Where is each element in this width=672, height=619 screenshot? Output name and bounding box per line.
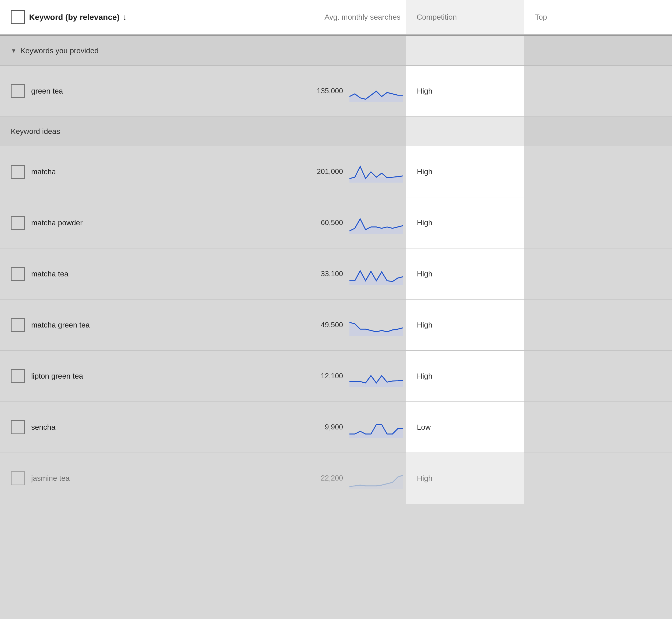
keyword-cell: matcha	[0, 165, 253, 179]
avg-column-header: Avg. monthly searches	[253, 13, 406, 21]
table-row: matcha 201,000 High	[0, 146, 672, 197]
keyword-text: green tea	[31, 87, 63, 95]
row-checkbox[interactable]	[11, 165, 25, 179]
avg-number: 135,000	[308, 87, 343, 95]
table-row: sencha 9,900 Low	[0, 402, 672, 453]
competition-cell: High	[406, 299, 524, 350]
keyword-cell: jasmine tea	[0, 471, 253, 485]
sparkline	[350, 263, 403, 285]
avg-cell: 9,900	[253, 417, 406, 438]
svg-marker-7	[350, 476, 403, 489]
avg-cell: 33,100	[253, 263, 406, 285]
avg-cell: 12,100	[253, 365, 406, 387]
keyword-cell: matcha powder	[0, 216, 253, 230]
avg-number: 49,500	[308, 321, 343, 329]
keyword-cell: matcha tea	[0, 267, 253, 281]
sparkline	[350, 80, 403, 102]
top-column-header: Top	[524, 13, 672, 21]
row-checkbox[interactable]	[11, 84, 25, 98]
svg-marker-3	[350, 271, 403, 285]
keyword-column-header: Keyword (by relevance) ↓	[0, 10, 253, 24]
avg-number: 22,200	[308, 474, 343, 482]
row-checkbox[interactable]	[11, 420, 25, 434]
competition-cell: High	[406, 66, 524, 117]
sparkline	[350, 212, 403, 234]
keyword-cell: green tea	[0, 84, 253, 98]
keyword-text: lipton green tea	[31, 372, 83, 381]
table-row: lipton green tea 12,100 High	[0, 351, 672, 402]
keyword-text: jasmine tea	[31, 474, 70, 483]
competition-value: High	[417, 167, 433, 176]
competition-cell: High	[406, 453, 524, 504]
table-row: jasmine tea 22,200 High	[0, 453, 672, 504]
ideas-section-header: Keyword ideas	[0, 117, 672, 146]
row-checkbox[interactable]	[11, 318, 25, 332]
sparkline	[350, 365, 403, 387]
competition-value: High	[417, 219, 433, 227]
competition-column-header: Competition	[406, 0, 524, 34]
select-all-checkbox[interactable]	[11, 10, 25, 24]
competition-cell: High	[406, 351, 524, 402]
sort-icon[interactable]: ↓	[123, 13, 127, 22]
competition-value: High	[417, 87, 433, 95]
competition-value: High	[417, 474, 433, 483]
competition-value: Low	[417, 423, 431, 431]
svg-marker-0	[350, 91, 403, 102]
row-checkbox[interactable]	[11, 267, 25, 281]
keyword-cell: sencha	[0, 420, 253, 434]
avg-number: 12,100	[308, 372, 343, 380]
row-checkbox[interactable]	[11, 216, 25, 230]
keyword-table: Keyword (by relevance) ↓ Avg. monthly se…	[0, 0, 672, 619]
avg-number: 201,000	[308, 167, 343, 176]
sparkline	[350, 417, 403, 438]
table-row: green tea 135,000 High	[0, 66, 672, 117]
sparkline	[350, 161, 403, 183]
competition-cell: High	[406, 197, 524, 248]
avg-cell: 49,500	[253, 314, 406, 336]
avg-number: 9,900	[308, 423, 343, 431]
provided-competition-spacer	[406, 36, 524, 65]
sparkline	[350, 314, 403, 336]
section-chevron[interactable]: ▼	[11, 47, 17, 54]
avg-number: 60,500	[308, 219, 343, 227]
avg-cell: 135,000	[253, 80, 406, 102]
ideas-section-label: Keyword ideas	[0, 127, 253, 136]
keyword-cell: lipton green tea	[0, 369, 253, 383]
competition-cell: High	[406, 146, 524, 197]
keyword-text: matcha green tea	[31, 321, 90, 329]
provided-section-header: ▼ Keywords you provided	[0, 36, 672, 66]
keyword-col-label: Keyword (by relevance) ↓	[29, 13, 127, 22]
avg-number: 33,100	[308, 270, 343, 278]
table-row: matcha powder 60,500 High	[0, 197, 672, 249]
ideas-competition-spacer	[406, 117, 524, 146]
keyword-text: matcha	[31, 167, 56, 176]
avg-cell: 60,500	[253, 212, 406, 234]
keyword-text: matcha tea	[31, 270, 69, 278]
competition-value: High	[417, 372, 433, 381]
avg-cell: 201,000	[253, 161, 406, 183]
keyword-cell: matcha green tea	[0, 318, 253, 332]
table-header: Keyword (by relevance) ↓ Avg. monthly se…	[0, 0, 672, 35]
avg-cell: 22,200	[253, 468, 406, 489]
competition-value: High	[417, 270, 433, 278]
competition-value: High	[417, 321, 433, 329]
provided-section-label: ▼ Keywords you provided	[0, 47, 253, 55]
keyword-text: sencha	[31, 423, 55, 431]
table-row: matcha green tea 49,500 High	[0, 299, 672, 351]
competition-cell: Low	[406, 402, 524, 453]
svg-marker-6	[350, 426, 403, 438]
sparkline	[350, 468, 403, 489]
row-checkbox[interactable]	[11, 369, 25, 383]
keyword-text: matcha powder	[31, 219, 82, 227]
table-row: matcha tea 33,100 High	[0, 249, 672, 299]
competition-cell: High	[406, 249, 524, 299]
row-checkbox[interactable]	[11, 471, 25, 485]
